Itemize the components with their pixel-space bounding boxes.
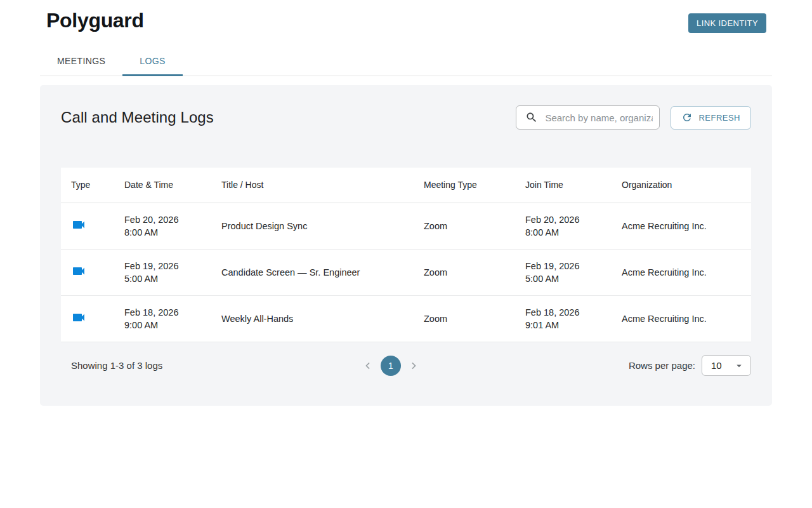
cell-organization: Acme Recruiting Inc. <box>622 249 751 295</box>
table-row: Feb 18, 20269:00 AMWeekly All-HandsZoomF… <box>61 295 751 342</box>
cell-type <box>61 203 124 249</box>
page-1-button[interactable]: 1 <box>381 356 401 376</box>
log-table-body: Feb 20, 20268:00 AMProduct Design SyncZo… <box>61 203 751 342</box>
date-line: Feb 20, 2026 <box>124 213 221 226</box>
table-footer: Showing 1-3 of 3 logs 1 Rows per page: 1… <box>61 342 751 384</box>
rows-per-page-label: Rows per page: <box>629 360 695 371</box>
search-icon <box>525 111 538 124</box>
videocam-icon <box>71 310 86 325</box>
refresh-icon <box>681 112 693 123</box>
dropdown-arrow-icon <box>733 360 745 371</box>
time-line: 9:01 AM <box>525 319 622 331</box>
cell-title-host: Candidate Screen — Sr. Engineer <box>221 249 424 295</box>
chevron-right-icon <box>407 359 420 372</box>
rows-per-page-value: 10 <box>711 360 722 371</box>
column-header-meeting-type: Meeting Type <box>424 168 525 203</box>
top-header: Polyguard LINK IDENTITY <box>40 0 772 33</box>
next-page-button[interactable] <box>405 357 422 375</box>
tab-meetings[interactable]: MEETINGS <box>40 46 122 76</box>
time-line: 5:00 AM <box>525 272 622 285</box>
cell-join-time: Feb 20, 20268:00 AM <box>525 203 622 249</box>
cell-join-time: Feb 19, 20265:00 AM <box>525 249 622 295</box>
table-row: Feb 20, 20268:00 AMProduct Design SyncZo… <box>61 203 751 249</box>
cell-type <box>61 295 124 342</box>
cell-date-time: Feb 19, 20265:00 AM <box>124 249 221 295</box>
cell-date-time: Feb 18, 20269:00 AM <box>124 295 221 342</box>
column-header-title-host: Title / Host <box>221 168 424 203</box>
cell-title-host: Weekly All-Hands <box>221 295 424 342</box>
date-line: Feb 18, 2026 <box>124 306 221 319</box>
date-line: Feb 20, 2026 <box>525 213 622 226</box>
tab-bar: MEETINGS LOGS <box>40 46 772 76</box>
app-title: Polyguard <box>46 8 144 32</box>
panel-header: Call and Meeting Logs REFRESH <box>61 105 751 130</box>
table-row: Feb 19, 20265:00 AMCandidate Screen — Sr… <box>61 249 751 295</box>
page: Polyguard LINK IDENTITY MEETINGS LOGS Ca… <box>0 0 812 406</box>
rows-per-page-select[interactable]: 10 <box>702 355 751 376</box>
cell-date-time: Feb 20, 20268:00 AM <box>124 203 221 249</box>
panel-actions: REFRESH <box>516 105 751 130</box>
results-summary: Showing 1-3 of 3 logs <box>61 360 162 371</box>
footer-summary-area: Showing 1-3 of 3 logs <box>61 360 374 371</box>
column-header-organization: Organization <box>622 168 751 203</box>
videocam-icon <box>71 217 86 232</box>
date-line: Feb 19, 2026 <box>124 260 221 272</box>
logs-panel: Call and Meeting Logs REFRESH <box>40 85 772 406</box>
cell-meeting-type: Zoom <box>424 295 525 342</box>
cell-title-host: Product Design Sync <box>221 203 424 249</box>
cell-join-time: Feb 18, 20269:01 AM <box>525 295 622 342</box>
rows-per-page-area: Rows per page: 10 <box>438 355 751 376</box>
search-input[interactable] <box>545 112 653 123</box>
logs-table: Type Date & Time Title / Host Meeting Ty… <box>61 168 751 342</box>
time-line: 5:00 AM <box>124 272 221 285</box>
pagination: 1 <box>359 356 422 376</box>
panel-title: Call and Meeting Logs <box>61 109 214 126</box>
time-line: 8:00 AM <box>525 226 622 239</box>
cell-meeting-type: Zoom <box>424 249 525 295</box>
chevron-left-icon <box>362 359 374 372</box>
link-identity-button[interactable]: LINK IDENTITY <box>688 13 766 33</box>
refresh-button[interactable]: REFRESH <box>671 106 751 130</box>
time-line: 9:00 AM <box>124 319 221 331</box>
date-line: Feb 18, 2026 <box>525 306 622 319</box>
tab-logs[interactable]: LOGS <box>122 46 183 76</box>
column-header-type: Type <box>61 168 124 203</box>
cell-organization: Acme Recruiting Inc. <box>622 203 751 249</box>
cell-organization: Acme Recruiting Inc. <box>622 295 751 342</box>
date-line: Feb 19, 2026 <box>525 260 622 272</box>
column-header-join-time: Join Time <box>525 168 622 203</box>
previous-page-button[interactable] <box>359 357 377 375</box>
refresh-label: REFRESH <box>698 113 740 123</box>
time-line: 8:00 AM <box>124 226 221 239</box>
search-box <box>516 105 660 130</box>
table-header-row: Type Date & Time Title / Host Meeting Ty… <box>61 168 751 203</box>
column-header-date-time: Date & Time <box>124 168 221 203</box>
cell-type <box>61 249 124 295</box>
videocam-icon <box>71 264 86 279</box>
cell-meeting-type: Zoom <box>424 203 525 249</box>
